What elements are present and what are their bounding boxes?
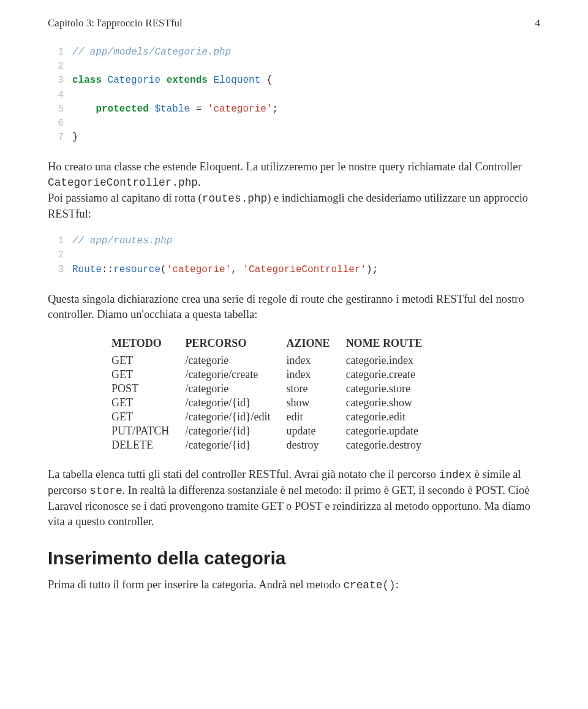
code-line: 1// app/models/Categorie.php [48,45,540,59]
code-block-2: 1// app/routes.php2 3Route::resource('ca… [48,234,540,277]
line-number: 5 [48,102,72,116]
line-number: 7 [48,131,72,145]
code-content [72,59,78,74]
col-path: PERCORSO [185,335,286,354]
table-row: POST/categoriestorecategorie.store [111,382,438,396]
route-table: METODO PERCORSO AZIONE NOME ROUTE GET/ca… [111,335,438,452]
text: : [396,578,399,591]
table-cell: edit [287,410,346,424]
code-line: 4 [48,88,540,102]
text: Prima di tutto il form per inserire la c… [48,578,343,591]
code-line: 3Route::resource('categorie', 'Categorie… [48,263,540,277]
code-content [72,88,78,102]
code-line: 7} [48,131,540,145]
table-row: GET/categorieindexcategorie.index [111,354,438,368]
code-content: Route::resource('categorie', 'CategorieC… [72,263,378,277]
code-content: // app/routes.php [72,234,172,248]
line-number: 2 [48,59,72,74]
code-content: // app/models/Categorie.php [72,45,231,59]
code-line: 6 [48,116,540,131]
inline-code: create() [343,579,395,591]
code-content: class Categorie extends Eloquent { [72,74,272,88]
line-number: 6 [48,116,72,131]
section-heading: Inserimento della categoria [48,548,540,569]
table-cell: /categorie [185,354,286,368]
code-line: 2 [48,59,540,74]
code-line: 1// app/routes.php [48,234,540,248]
table-cell: GET [111,410,185,424]
page-header: Capitolo 3: l'approccio RESTful 4 [48,17,540,29]
page: Capitolo 3: l'approccio RESTful 4 1// ap… [0,0,588,709]
table-cell: GET [111,354,185,368]
table-cell: index [287,368,346,382]
code-line: 3class Categorie extends Eloquent { [48,74,540,88]
code-content [72,248,78,262]
table-cell: categorie.show [346,396,439,410]
line-number: 2 [48,248,72,262]
paragraph-4: Prima di tutto il form per inserire la c… [48,577,540,593]
text: . [198,176,201,188]
code-content: protected $table = 'categorie'; [72,102,278,116]
text: Poi passiamo al capitano di rotta ( [48,192,202,204]
code-content: } [72,131,78,145]
col-route: NOME ROUTE [346,335,439,354]
paragraph-2: Questa singola dichiarazione crea una se… [48,292,540,322]
table-cell: /categorie/{id} [185,438,286,452]
code-content [72,116,78,131]
table-cell: /categorie/{id}/edit [185,410,286,424]
table-cell: GET [111,396,185,410]
col-action: AZIONE [287,335,346,354]
paragraph-3: La tabella elenca tutti gli stati del co… [48,467,540,529]
table-cell: store [287,382,346,396]
table-cell: categorie.edit [346,410,439,424]
table-cell: /categorie [185,382,286,396]
table-header-row: METODO PERCORSO AZIONE NOME ROUTE [111,335,438,354]
table-cell: categorie.index [346,354,439,368]
table-row: DELETE/categorie/{id}destroycategorie.de… [111,438,438,452]
table-row: PUT/PATCH/categorie/{id}updatecategorie.… [111,424,438,438]
inline-code: routes.php [202,192,268,205]
chapter-title: Capitolo 3: l'approccio RESTful [48,17,183,29]
table-cell: /categorie/{id} [185,396,286,410]
code-block-1: 1// app/models/Categorie.php2 3class Cat… [48,45,540,145]
line-number: 3 [48,74,72,88]
table-cell: categorie.update [346,424,439,438]
table-row: GET/categorie/createindexcategorie.creat… [111,368,438,382]
table-cell: PUT/PATCH [111,424,185,438]
table-row: GET/categorie/{id}showcategorie.show [111,396,438,410]
table-cell: categorie.store [346,382,439,396]
code-line: 5 protected $table = 'categorie'; [48,102,540,116]
text: La tabella elenca tutti gli stati del co… [48,468,439,480]
table-row: GET/categorie/{id}/editeditcategorie.edi… [111,410,438,424]
table-cell: categorie.destroy [346,438,439,452]
table-cell: show [287,396,346,410]
line-number: 1 [48,234,72,248]
table-cell: categorie.create [346,368,439,382]
code-line: 2 [48,248,540,262]
inline-code: index [439,469,472,481]
text: Ho creato una classe che estende Eloquen… [48,161,522,173]
paragraph-1: Ho creato una classe che estende Eloquen… [48,159,540,222]
line-number: 1 [48,45,72,59]
inline-code: CategorieController.php [48,176,198,189]
table-cell: index [287,354,346,368]
table-cell: /categorie/create [185,368,286,382]
table-cell: update [287,424,346,438]
table-cell: GET [111,368,185,382]
line-number: 3 [48,263,72,277]
table-cell: /categorie/{id} [185,424,286,438]
col-method: METODO [111,335,185,354]
table-cell: DELETE [111,438,185,452]
page-number: 4 [535,17,541,29]
line-number: 4 [48,88,72,102]
table-cell: POST [111,382,185,396]
table-cell: destroy [287,438,346,452]
inline-code: store [89,485,122,497]
